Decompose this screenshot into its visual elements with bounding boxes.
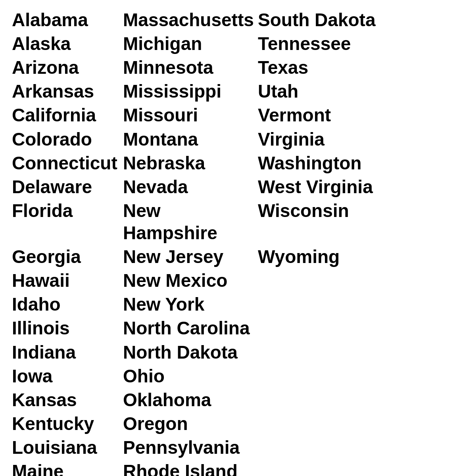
state-item: New Hampshire <box>123 199 258 245</box>
state-item <box>258 436 393 459</box>
state-item: Arkansas <box>12 79 123 103</box>
states-grid: AlabamaMassachusettsSouth DakotaAlaskaMi… <box>12 8 451 476</box>
state-item: North Dakota <box>123 340 258 364</box>
state-item: New Jersey <box>123 245 258 269</box>
state-item: North Carolina <box>123 316 258 340</box>
state-item: Oklahoma <box>123 388 258 412</box>
state-item: Georgia <box>12 245 123 269</box>
state-item: Utah <box>258 79 393 103</box>
state-item: Arizona <box>12 56 123 79</box>
state-item: Louisiana <box>12 436 123 459</box>
state-item: Delaware <box>12 175 123 199</box>
state-item: Connecticut <box>12 151 123 175</box>
state-item: Texas <box>258 56 393 79</box>
state-item: Minnesota <box>123 56 258 79</box>
state-item: Florida <box>12 199 123 245</box>
state-item <box>258 412 393 436</box>
state-item: Virginia <box>258 127 393 151</box>
state-item: New York <box>123 292 258 316</box>
state-item <box>258 459 393 476</box>
state-item: Kentucky <box>12 412 123 436</box>
state-item: Colorado <box>12 127 123 151</box>
state-item: Missouri <box>123 103 258 127</box>
state-item: Mississippi <box>123 79 258 103</box>
state-item: Tennessee <box>258 32 393 56</box>
state-item <box>258 269 393 292</box>
state-item: Indiana <box>12 340 123 364</box>
state-item: Iowa <box>12 364 123 388</box>
state-item: Idaho <box>12 292 123 316</box>
state-item <box>258 292 393 316</box>
state-item: Hawaii <box>12 269 123 292</box>
state-item: Pennsylvania <box>123 436 258 459</box>
state-item: Ohio <box>123 364 258 388</box>
state-item: Vermont <box>258 103 393 127</box>
state-item: California <box>12 103 123 127</box>
state-item: Alabama <box>12 8 123 32</box>
state-item: Rhode Island <box>123 459 258 476</box>
state-item <box>258 340 393 364</box>
state-item: Massachusetts <box>123 8 258 32</box>
state-item: Montana <box>123 127 258 151</box>
state-item: New Mexico <box>123 269 258 292</box>
state-item: West Virginia <box>258 175 393 199</box>
state-item <box>258 388 393 412</box>
state-item: Wisconsin <box>258 199 393 245</box>
state-item: Michigan <box>123 32 258 56</box>
state-item: South Dakota <box>258 8 393 32</box>
state-item: Alaska <box>12 32 123 56</box>
state-item: Nebraska <box>123 151 258 175</box>
state-item: Wyoming <box>258 245 393 269</box>
state-item: Oregon <box>123 412 258 436</box>
state-item: Washington <box>258 151 393 175</box>
state-item <box>258 364 393 388</box>
state-item <box>258 316 393 340</box>
state-item: Nevada <box>123 175 258 199</box>
state-item: Kansas <box>12 388 123 412</box>
state-item: Maine <box>12 459 123 476</box>
state-item: Illinois <box>12 316 123 340</box>
